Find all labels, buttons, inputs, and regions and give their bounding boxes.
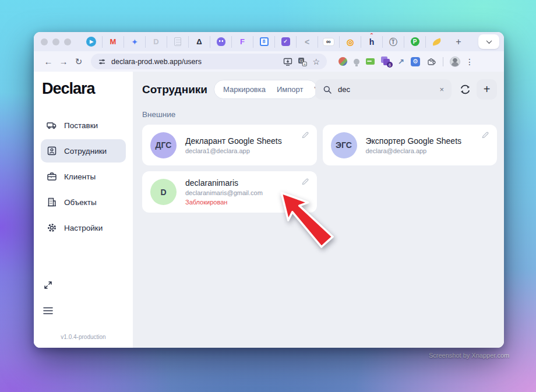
sidebar-nav: Поставки Сотрудники Кл (41, 114, 126, 239)
section-label: Внешние (142, 110, 497, 119)
close-window-button[interactable] (41, 38, 48, 45)
address-bar[interactable]: declara-prod.web.app/users G a ☆ (91, 54, 327, 69)
flask-icon: Δ (196, 38, 202, 45)
sidebar-item-settings[interactable]: Настройки (41, 216, 126, 239)
pinned-tab-document[interactable] (167, 36, 188, 48)
pinned-tab-tasks[interactable]: ✓ (274, 36, 296, 48)
watermark-credit: Screenshot by Xnapper.com (429, 352, 509, 359)
tab-marking[interactable]: Маркировка (223, 85, 266, 94)
yellow-leaf-icon (432, 38, 442, 45)
employee-name: Декларант Google Sheets (185, 136, 282, 146)
pinned-tab-figma[interactable]: F (231, 36, 253, 48)
edit-button[interactable] (301, 130, 309, 140)
extensions-puzzle-icon[interactable] (426, 56, 436, 66)
pinned-tab-gmail[interactable]: M (102, 36, 124, 48)
briefcase-icon (47, 171, 57, 182)
browser-tabstrip: ▶ M ✦ D Δ F 8 ✓ < ∞ ◎ h Ⓣ P + (34, 32, 504, 51)
avatar: D (150, 179, 177, 205)
pinned-tab-target[interactable]: ◎ (339, 36, 361, 48)
sidebar-item-label: Настройки (64, 224, 103, 232)
arrow-extension-icon[interactable]: ↗ (398, 57, 404, 66)
browser-menu-button[interactable]: ⋮ (466, 57, 471, 66)
pinned-tab-calendar[interactable]: 8 (253, 36, 274, 48)
pinned-tab-circled-t[interactable]: Ⓣ (382, 36, 404, 48)
traffic-lights (41, 38, 71, 45)
card-text: Экспортер Google Sheets declara@declara.… (366, 136, 462, 154)
sidebar-item-clients[interactable]: Клиенты (41, 165, 126, 188)
id-badge-icon (47, 146, 57, 156)
tab-import[interactable]: Импорт (277, 85, 303, 94)
green-p-icon: P (411, 37, 419, 46)
expand-fullscreen-button[interactable] (43, 280, 53, 292)
site-settings-tune-icon[interactable] (98, 58, 106, 66)
chevron-down-icon (486, 38, 492, 44)
letter-d-icon: D (153, 38, 158, 45)
pinned-tabs: ▶ M ✦ D Δ F 8 ✓ < ∞ ◎ h Ⓣ P (80, 32, 447, 51)
add-employee-button[interactable]: + (477, 79, 497, 100)
gemini-icon: ✦ (131, 38, 138, 46)
pinned-tab-flask[interactable]: Δ (188, 36, 210, 48)
tasks-check-icon: ✓ (281, 37, 290, 46)
pinned-tab-infinity[interactable]: ∞ (318, 36, 339, 48)
card-text: Декларант Google Sheets declara1@declara… (185, 136, 282, 154)
clear-search-button[interactable]: × (439, 85, 444, 94)
forward-button[interactable]: → (56, 56, 71, 66)
pinned-tab-octopus[interactable] (210, 36, 231, 48)
search-input[interactable]: dec × (315, 79, 452, 100)
pinned-tab-gemini[interactable]: ✦ (124, 36, 145, 48)
refresh-button[interactable] (459, 83, 471, 96)
stack-extension-icon[interactable]: 6 (381, 56, 392, 66)
tab-search-button[interactable] (478, 34, 499, 49)
green-card-extension-icon[interactable] (366, 58, 375, 65)
avatar: ЭГС (331, 132, 357, 158)
reload-button[interactable]: ↻ (71, 56, 86, 67)
expand-icon (43, 280, 53, 290)
extension-badge: 6 (387, 62, 393, 68)
sidebar-item-employees[interactable]: Сотрудники (41, 139, 126, 163)
blue-gear-extension-icon[interactable]: ⚙ (411, 57, 420, 66)
url-text[interactable]: declara-prod.web.app/users (111, 58, 278, 66)
employee-email: declara@declara.app (366, 147, 462, 154)
employee-name: declaranimaris (185, 178, 263, 188)
zoom-window-button[interactable] (64, 38, 71, 45)
page-header: Сотрудники Маркировка Импорт VIP dec × (142, 79, 497, 100)
employee-email: declara1@declara.app (185, 147, 282, 154)
minimize-window-button[interactable] (52, 38, 59, 45)
pinned-tab-h[interactable]: h (361, 36, 382, 48)
hamburger-icon (43, 306, 54, 315)
employee-card-declarant[interactable]: ДГС Декларант Google Sheets declara1@dec… (142, 125, 317, 165)
sidebar-item-objects[interactable]: Объекты (41, 190, 126, 214)
search-value[interactable]: dec (338, 85, 433, 94)
pinned-tab-share[interactable]: < (296, 36, 318, 48)
refresh-icon (459, 83, 471, 96)
pinned-tab-p[interactable]: P (404, 36, 425, 48)
gear-icon (47, 223, 57, 233)
sidebar-item-label: Сотрудники (64, 147, 107, 156)
h-caret-icon: h (369, 38, 375, 46)
install-app-icon[interactable] (283, 57, 292, 66)
pencil-icon (301, 130, 309, 138)
lightbulb-extension-icon[interactable] (354, 59, 359, 65)
app-version: v1.0.4-production (34, 334, 133, 340)
collapse-menu-button[interactable] (43, 306, 54, 317)
sidebar-item-deliveries[interactable]: Поставки (41, 114, 126, 137)
pinned-tab-leaf[interactable] (425, 36, 447, 48)
pencil-icon (301, 176, 309, 185)
translate-icon[interactable]: G a (298, 57, 307, 66)
app-logo: Declara (41, 80, 126, 98)
sidebar-item-label: Поставки (64, 121, 98, 130)
pinned-tab-d[interactable]: D (145, 36, 167, 48)
app-sidebar: Declara Поставки (34, 72, 133, 348)
back-button[interactable]: ← (41, 56, 56, 66)
pinned-tab-telegram[interactable]: ▶ (80, 36, 102, 48)
card-text: declaranimaris declaranimaris@gmail.com … (185, 178, 263, 206)
employee-card-exporter[interactable]: ЭГС Экспортер Google Sheets declara@decl… (323, 125, 498, 165)
edit-button[interactable] (481, 130, 489, 140)
planet-extension-icon[interactable] (338, 57, 347, 66)
profile-avatar[interactable] (450, 56, 460, 67)
bookmark-star-icon[interactable]: ☆ (312, 57, 320, 66)
filter-tab-group: Маркировка Импорт VIP (214, 80, 318, 99)
octopus-icon (217, 37, 225, 46)
new-tab-button[interactable]: + (447, 37, 470, 47)
building-icon (47, 197, 57, 207)
